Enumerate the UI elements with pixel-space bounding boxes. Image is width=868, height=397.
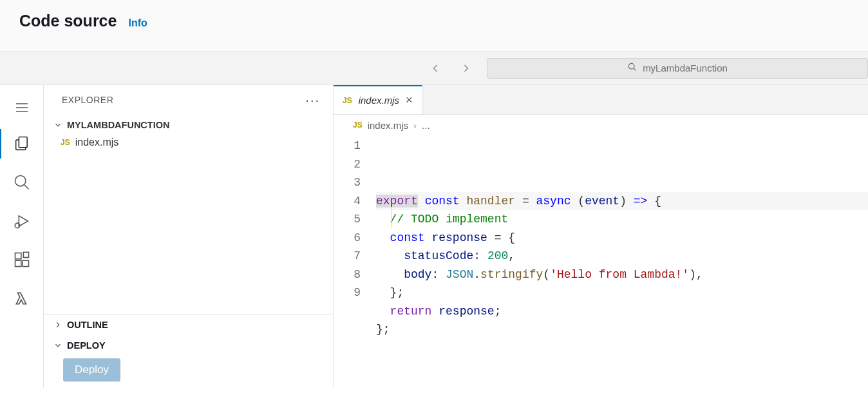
- search-activity-icon[interactable]: [0, 164, 44, 201]
- editor-toolbar: myLambdaFunction: [0, 52, 868, 85]
- svg-point-2: [15, 176, 25, 186]
- svg-point-0: [628, 63, 634, 69]
- svg-rect-4: [15, 253, 21, 259]
- nav-back-icon[interactable]: [425, 59, 446, 77]
- chevron-down-icon: [53, 120, 63, 130]
- file-name: index.mjs: [75, 137, 119, 148]
- explorer-sidebar: EXPLORER ··· MYLAMBDAFUNCTION JS index.m…: [44, 85, 334, 388]
- deploy-section[interactable]: DEPLOY: [44, 335, 333, 356]
- chevron-down-icon: [53, 340, 63, 351]
- more-icon[interactable]: ···: [305, 93, 320, 108]
- svg-rect-5: [15, 260, 21, 266]
- code-area[interactable]: 123456789 export const handler = async (…: [334, 135, 868, 357]
- search-placeholder: myLambdaFunction: [643, 63, 728, 73]
- breadcrumb-file: index.mjs: [368, 120, 408, 131]
- editor-tabs: JS index.mjs ×: [334, 85, 868, 115]
- breadcrumb[interactable]: JS index.mjs › ...: [334, 115, 868, 135]
- code-lines[interactable]: export const handler = async (event) => …: [376, 137, 868, 357]
- deploy-button[interactable]: Deploy: [63, 358, 120, 382]
- project-name: MYLAMBDAFUNCTION: [67, 120, 169, 130]
- close-icon[interactable]: ×: [406, 93, 413, 107]
- nav-forward-icon[interactable]: [456, 59, 476, 77]
- js-icon: JS: [343, 96, 352, 105]
- chevron-right-icon: ›: [413, 120, 417, 131]
- chevron-right-icon: [53, 320, 63, 330]
- page-title: Code source: [19, 12, 117, 30]
- js-icon: JS: [61, 138, 70, 147]
- search-icon: [627, 62, 637, 74]
- extensions-icon[interactable]: [0, 241, 44, 278]
- editor: JS index.mjs × JS index.mjs › ... 123456…: [334, 85, 868, 388]
- svg-rect-7: [23, 252, 28, 257]
- svg-rect-6: [23, 260, 28, 266]
- activity-bar: [0, 85, 44, 388]
- sidebar-bottom: OUTLINE DEPLOY Deploy: [44, 314, 333, 388]
- menu-icon[interactable]: [0, 92, 44, 124]
- explorer-title: EXPLORER: [62, 95, 113, 105]
- search-box[interactable]: myLambdaFunction: [487, 58, 868, 79]
- line-numbers: 123456789: [334, 137, 376, 357]
- header: Code source Info: [0, 0, 868, 52]
- tab-filename: index.mjs: [359, 95, 399, 106]
- file-item[interactable]: JS index.mjs: [44, 134, 333, 151]
- deploy-label: DEPLOY: [67, 340, 106, 351]
- explorer-header: EXPLORER ···: [44, 85, 333, 115]
- outline-section[interactable]: OUTLINE: [44, 315, 333, 335]
- project-root[interactable]: MYLAMBDAFUNCTION: [44, 116, 333, 134]
- info-link[interactable]: Info: [128, 17, 147, 29]
- main: EXPLORER ··· MYLAMBDAFUNCTION JS index.m…: [0, 85, 868, 388]
- svg-rect-1: [19, 137, 27, 148]
- js-icon: JS: [353, 121, 363, 130]
- lambda-icon[interactable]: [0, 280, 44, 317]
- tab-index-mjs[interactable]: JS index.mjs ×: [334, 85, 422, 114]
- outline-label: OUTLINE: [67, 320, 108, 330]
- run-debug-icon[interactable]: [0, 202, 44, 240]
- explorer-icon[interactable]: [0, 125, 44, 162]
- breadcrumb-rest: ...: [422, 120, 430, 131]
- file-tree: MYLAMBDAFUNCTION JS index.mjs: [44, 115, 333, 314]
